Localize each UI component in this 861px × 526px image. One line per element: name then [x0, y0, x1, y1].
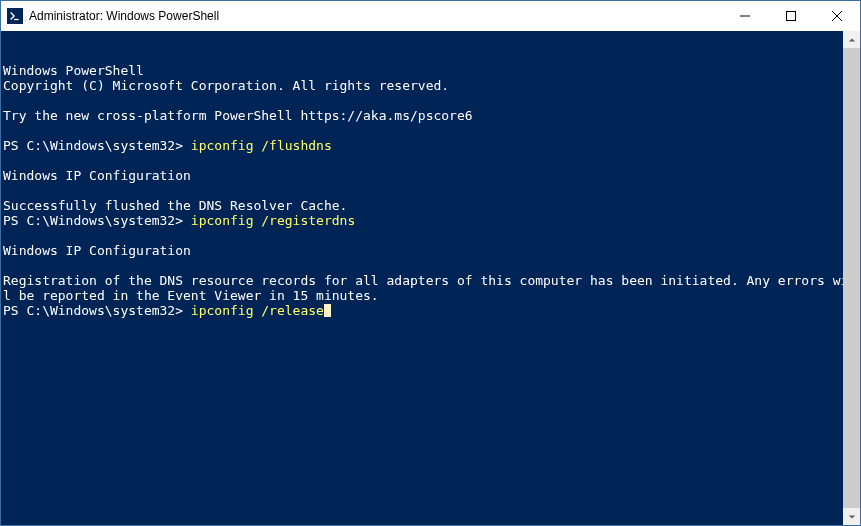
maximize-button[interactable]	[768, 1, 814, 31]
svg-rect-3	[787, 12, 796, 21]
terminal-line	[3, 93, 858, 108]
terminal-line: Copyright (C) Microsoft Corporation. All…	[3, 78, 858, 93]
terminal-line: Windows IP Configuration	[3, 168, 858, 183]
prompt-text: PS C:\Windows\system32>	[3, 303, 191, 318]
scrollbar-down-button[interactable]	[843, 508, 860, 525]
scrollbar-thumb[interactable]	[843, 48, 860, 508]
terminal-line: Windows IP Configuration	[3, 243, 858, 258]
terminal-line	[3, 183, 858, 198]
close-button[interactable]	[814, 1, 860, 31]
terminal-line: Successfully flushed the DNS Resolver Ca…	[3, 198, 858, 213]
prompt-line: PS C:\Windows\system32> ipconfig /releas…	[3, 303, 858, 318]
scrollbar-up-button[interactable]	[843, 31, 860, 48]
terminal-line	[3, 258, 858, 273]
prompt-text: PS C:\Windows\system32>	[3, 213, 191, 228]
terminal-line: Registration of the DNS resource records…	[3, 273, 858, 303]
powershell-window: Administrator: Windows PowerShell Window…	[0, 0, 861, 526]
terminal-line	[3, 153, 858, 168]
cursor	[324, 304, 331, 317]
titlebar[interactable]: Administrator: Windows PowerShell	[1, 1, 860, 31]
powershell-icon	[7, 8, 23, 24]
prompt-line: PS C:\Windows\system32> ipconfig /flushd…	[3, 138, 858, 153]
scrollbar[interactable]	[843, 31, 860, 525]
prompt-line: PS C:\Windows\system32> ipconfig /regist…	[3, 213, 858, 228]
window-title: Administrator: Windows PowerShell	[29, 9, 722, 23]
command-text: ipconfig /registerdns	[191, 213, 355, 228]
window-controls	[722, 1, 860, 31]
terminal-line: Windows PowerShell	[3, 63, 858, 78]
terminal-area[interactable]: Windows PowerShellCopyright (C) Microsof…	[1, 31, 860, 525]
terminal-line	[3, 123, 858, 138]
command-text: ipconfig /release	[191, 303, 324, 318]
prompt-text: PS C:\Windows\system32>	[3, 138, 191, 153]
terminal-line	[3, 228, 858, 243]
command-text: ipconfig /flushdns	[191, 138, 332, 153]
scrollbar-track[interactable]	[843, 48, 860, 508]
terminal-content[interactable]: Windows PowerShellCopyright (C) Microsof…	[3, 63, 858, 318]
terminal-line: Try the new cross-platform PowerShell ht…	[3, 108, 858, 123]
minimize-button[interactable]	[722, 1, 768, 31]
